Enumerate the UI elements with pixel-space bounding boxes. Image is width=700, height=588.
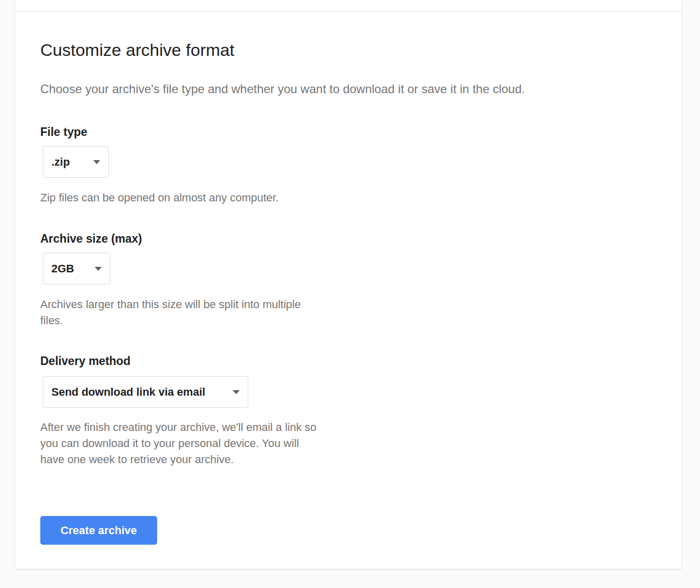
archive-size-selected-value: 2GB [51, 262, 74, 275]
delivery-method-select[interactable]: Send download link via email [43, 376, 248, 408]
delivery-method-helper-text: After we finish creating your archive, w… [40, 419, 393, 468]
delivery-method-label: Delivery method [40, 354, 656, 368]
dropdown-caret-icon [95, 267, 102, 271]
archive-size-select[interactable]: 2GB [43, 253, 110, 284]
file-type-select[interactable]: .zip [43, 146, 109, 178]
content-column: Customize archive format Choose your arc… [15, 0, 681, 569]
previous-card-bottom-strip [15, 0, 681, 12]
customize-archive-card: Customize archive format Choose your arc… [15, 41, 681, 545]
file-type-selected-value: .zip [51, 156, 70, 169]
dropdown-caret-icon [93, 160, 100, 164]
page-title: Customize archive format [40, 41, 656, 59]
delivery-method-selected-value: Send download link via email [51, 386, 205, 399]
page-subtitle: Choose your archive's file type and whet… [40, 82, 656, 97]
archive-size-label: Archive size (max) [40, 232, 656, 246]
dropdown-caret-icon [233, 390, 240, 394]
file-type-label: File type [40, 125, 656, 139]
archive-size-helper-text: Archives larger than this size will be s… [40, 297, 393, 329]
file-type-helper-text: Zip files can be opened on almost any co… [40, 190, 393, 206]
create-archive-button[interactable]: Create archive [40, 516, 157, 545]
